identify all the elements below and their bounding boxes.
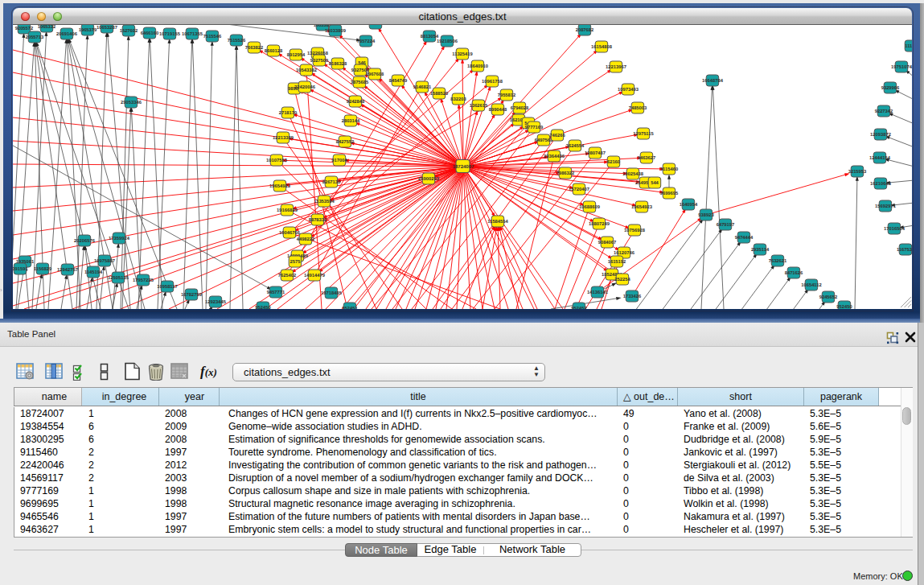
svg-text:16648784: 16648784 — [702, 78, 724, 84]
svg-text:10046766: 10046766 — [279, 230, 301, 236]
svg-text:9146821: 9146821 — [413, 84, 432, 90]
svg-text:14136141: 14136141 — [587, 290, 609, 295]
svg-text:9205572: 9205572 — [15, 26, 34, 31]
svg-text:9242848: 9242848 — [347, 99, 365, 105]
svg-text:12093872: 12093872 — [870, 132, 891, 138]
svg-text:10975887: 10975887 — [94, 258, 115, 264]
svg-text:8813054: 8813054 — [421, 34, 439, 39]
svg-text:2935114: 2935114 — [751, 247, 770, 253]
svg-text:1167534: 1167534 — [897, 247, 912, 253]
svg-text:832203: 832203 — [450, 97, 466, 102]
svg-text:9699695: 9699695 — [660, 191, 679, 196]
svg-text:1603381: 1603381 — [367, 25, 385, 27]
svg-text:17016504: 17016504 — [884, 226, 906, 232]
svg-text:10807487: 10807487 — [585, 150, 606, 156]
svg-text:7663822: 7663822 — [245, 45, 264, 51]
svg-text:391591: 391591 — [13, 266, 28, 272]
svg-text:1362615: 1362615 — [470, 103, 488, 109]
svg-text:12213389: 12213389 — [273, 135, 294, 141]
svg-text:952452: 952452 — [571, 306, 586, 309]
svg-text:8878332: 8878332 — [309, 217, 327, 223]
svg-text:10025438: 10025438 — [622, 171, 644, 177]
svg-text:7632621: 7632621 — [769, 258, 787, 264]
svg-text:2087682: 2087682 — [576, 27, 594, 33]
svg-text:18724007: 18724007 — [453, 164, 474, 170]
svg-text:6466160: 6466160 — [141, 31, 159, 36]
svg-text:10654112: 10654112 — [801, 282, 821, 288]
svg-text:9084067: 9084067 — [598, 240, 617, 245]
svg-text:10671355: 10671355 — [182, 31, 203, 37]
svg-text:952451: 952451 — [342, 306, 358, 309]
svg-text:938923: 938923 — [698, 212, 714, 218]
svg-text:7515546: 7515546 — [203, 34, 222, 39]
svg-text:16033809: 16033809 — [325, 28, 347, 34]
svg-text:17957225: 17957225 — [133, 278, 154, 283]
svg-text:6497568: 6497568 — [535, 138, 553, 143]
svg-text:11353594: 11353594 — [314, 199, 335, 204]
svg-text:16120746: 16120746 — [614, 250, 635, 256]
svg-text:9227342: 9227342 — [875, 109, 893, 114]
svg-text:2803144: 2803144 — [342, 118, 360, 124]
svg-text:9463627: 9463627 — [638, 155, 656, 161]
svg-text:19751074: 19751074 — [891, 64, 912, 70]
svg-text:10543382: 10543382 — [296, 68, 317, 73]
svg-text:6479197: 6479197 — [717, 222, 735, 228]
svg-text:952450: 952450 — [836, 304, 852, 309]
svg-text:15720407: 15720407 — [569, 187, 589, 192]
svg-text:19654923: 19654923 — [269, 183, 291, 189]
svg-text:3215953: 3215953 — [848, 169, 867, 175]
svg-text:3875685: 3875685 — [351, 80, 369, 85]
svg-text:7515526: 7515526 — [228, 38, 246, 43]
svg-text:1733426: 1733426 — [623, 294, 642, 299]
svg-text:20691406: 20691406 — [56, 31, 78, 37]
svg-text:10961758: 10961758 — [482, 79, 503, 84]
svg-text:9329966: 9329966 — [881, 85, 900, 91]
svg-text:11584554: 11584554 — [487, 219, 508, 225]
svg-text:10973493: 10973493 — [618, 87, 639, 93]
svg-text:7485003: 7485003 — [629, 105, 647, 111]
svg-text:917004: 917004 — [331, 158, 347, 163]
svg-text:8454749: 8454749 — [389, 78, 408, 84]
svg-text:19218506: 19218506 — [437, 39, 458, 44]
svg-text:1965379: 1965379 — [79, 27, 97, 33]
svg-text:14914479: 14914479 — [304, 273, 326, 278]
svg-text:2967608: 2967608 — [366, 72, 384, 77]
svg-text:8471626: 8471626 — [785, 270, 803, 276]
svg-text:10719155: 10719155 — [159, 31, 181, 37]
svg-text:10653287: 10653287 — [97, 25, 117, 31]
svg-text:12975115: 12975115 — [633, 131, 654, 137]
svg-text:8186328: 8186328 — [329, 61, 347, 67]
svg-text:7857224: 7857224 — [357, 39, 376, 44]
svg-text:20364436: 20364436 — [544, 154, 565, 159]
svg-text:10958117: 10958117 — [157, 284, 177, 290]
svg-text:8990448: 8990448 — [489, 107, 507, 113]
svg-text:9327500: 9327500 — [310, 58, 329, 64]
svg-text:29053346: 29053346 — [121, 100, 142, 105]
svg-text:12505135: 12505135 — [108, 275, 129, 281]
svg-text:1588520: 1588520 — [430, 91, 449, 97]
svg-text:62160: 62160 — [607, 159, 620, 165]
svg-text:9245652: 9245652 — [819, 295, 838, 300]
svg-text:12213967: 12213967 — [606, 64, 626, 70]
svg-text:19718485: 19718485 — [321, 290, 343, 296]
svg-text:746266: 746266 — [549, 133, 565, 138]
svg-text:1145194: 1145194 — [84, 270, 103, 275]
svg-text:8267130: 8267130 — [322, 179, 341, 185]
svg-text:9115460: 9115460 — [660, 167, 678, 172]
svg-text:16154808: 16154808 — [591, 44, 613, 50]
svg-text:16782759: 16782759 — [181, 292, 203, 298]
svg-text:2718170: 2718170 — [279, 110, 298, 116]
svg-text:18807249: 18807249 — [589, 221, 610, 227]
svg-text:1615192: 1615192 — [608, 259, 626, 265]
svg-text:12942757: 12942757 — [57, 267, 78, 273]
svg-text:12444154: 12444154 — [869, 155, 891, 161]
svg-text:4498222: 4498222 — [297, 237, 315, 242]
svg-text:10756928: 10756928 — [624, 228, 646, 233]
svg-text:17359924: 17359924 — [109, 236, 130, 241]
svg-text:7625402: 7625402 — [278, 273, 297, 278]
svg-text:1640954: 1640954 — [680, 202, 698, 208]
svg-text:15692971: 15692971 — [875, 204, 897, 209]
svg-text:12923445: 12923445 — [205, 299, 227, 305]
svg-text:25900293: 25900293 — [418, 176, 440, 182]
svg-text:9474444: 9474444 — [735, 235, 754, 241]
